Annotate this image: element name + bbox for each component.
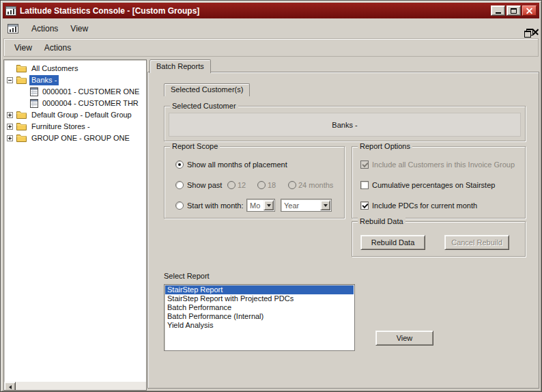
view-button[interactable]: View [375,331,433,346]
expand-expander-icon[interactable] [7,112,13,118]
month-combo[interactable]: Mo [246,199,275,212]
tree-item-all-customers[interactable]: All Customers [4,63,146,74]
month-combo-value: Mo [250,201,260,210]
start-with-month-radio[interactable] [175,201,184,210]
close-button[interactable] [522,5,537,16]
tree-item-default-group[interactable]: Default Group - Default Group [4,109,146,121]
close-icon [526,8,532,14]
tree-item-label[interactable]: 0000004 - CUSTOMER THR [40,98,141,109]
menu-actions[interactable]: Actions [25,22,64,36]
include-pdcs-label[interactable]: Include PDCs for current month [372,201,477,210]
start-with-month-label[interactable]: Start with month: [187,201,244,210]
app-icon [5,6,16,16]
past-24-radio [288,181,296,189]
past-12-label: 12 [238,181,246,190]
collapse-expander-icon[interactable] [7,77,13,83]
rebuild-data-button[interactable]: Rebuild Data [360,235,425,250]
folder-icon [16,122,27,130]
rebuild-data-button-label: Rebuild Data [361,236,425,249]
report-scope-group: Report Scope Show all months of placemen… [164,146,345,219]
tree-item-label[interactable]: All Customers [29,64,80,74]
tree-item-label[interactable]: Default Group - Default Group [29,110,134,120]
show-all-months-radio[interactable] [175,160,184,169]
tab-batch-reports[interactable]: Batch Reports [149,59,211,73]
tree-item-banks[interactable]: Banks - [4,74,146,86]
maximize-icon [511,8,517,14]
year-combo[interactable]: Year [281,199,332,212]
selected-customer-panel: Banks - [169,113,521,137]
report-list-item[interactable]: StairStep Report with Projected PDCs [165,294,354,303]
tree-item-label[interactable]: Furniture Stores - [29,122,92,132]
include-all-customers-checkbox [360,160,369,169]
select-report-label: Select Report [164,272,210,281]
tree-horizontal-scrollbar[interactable] [4,382,146,391]
cancel-rebuild-button-label: Cancel Rebuild [445,236,509,249]
tree-item-customer-three[interactable]: 0000004 - CUSTOMER THR [4,98,146,109]
rebuild-data-group: Rebuild Data Rebuild Data Cancel Rebuild [352,221,526,257]
folder-icon [16,134,27,142]
minimize-icon [496,12,501,14]
menu-view[interactable]: View [64,22,94,36]
tab-selected-customers[interactable]: Selected Customer(s) [164,83,250,96]
report-listbox[interactable]: StairStep Report StairStep Report with P… [164,284,355,351]
tree-item-furniture-stores[interactable]: Furniture Stores - [4,121,146,132]
chevron-down-icon [324,204,328,207]
past-12-radio [227,181,236,189]
selected-customer-group-label: Selected Customer [170,102,238,110]
minimize-button[interactable] [491,5,505,16]
tree-item-label[interactable]: Banks - [29,75,59,85]
include-all-customers-label: Include all Customers in this Invoice Gr… [372,160,515,169]
window-title: Latitude Statistics Console - [Custom Gr… [20,6,487,16]
menu-bar: View Actions [3,38,539,57]
include-pdcs-checkbox[interactable] [360,201,369,210]
selected-customer-value: Banks - [332,121,357,129]
report-list-item[interactable]: Batch Performance (Internal) [165,312,354,321]
past-18-radio [257,181,266,189]
customer-tree: All Customers Banks - 0000001 - CUSTOMER… [3,59,147,391]
year-combo-value: Year [284,201,299,210]
view-button-label: View [376,331,433,345]
tab-batch-reports-label: Batch Reports [156,62,204,70]
show-past-radio[interactable] [175,181,184,189]
report-options-group-label: Report Options [358,142,412,150]
tree-scroll-left-button[interactable] [4,382,16,391]
menubar-view[interactable]: View [8,41,38,55]
menubar-actions[interactable]: Actions [38,41,77,55]
expand-expander-icon[interactable] [7,124,13,130]
folder-icon [16,76,27,84]
folder-icon [16,111,27,119]
mdi-menu-row: Actions View [3,20,539,37]
maximize-button[interactable] [507,5,521,16]
cumulative-percentages-label[interactable]: Cumulative percentages on Stairstep [372,181,495,190]
report-list-item[interactable]: Yield Analysis [165,321,354,330]
year-combo-dropdown-button[interactable] [320,200,330,210]
show-all-months-label[interactable]: Show all months of placement [187,160,287,169]
month-combo-dropdown-button[interactable] [263,200,274,210]
selected-customer-group: Selected Customer Banks - [164,106,526,141]
past-18-label: 18 [268,181,276,190]
title-bar: Latitude Statistics Console - [Custom Gr… [3,3,539,18]
tree-item-label[interactable]: 0000001 - CUSTOMER ONE [40,87,141,97]
tree-item-label[interactable]: GROUP ONE - GROUP ONE [29,133,132,143]
cancel-rebuild-button: Cancel Rebuild [444,235,509,250]
arrow-left-icon [9,385,12,389]
application-window: Latitude Statistics Console - [Custom Gr… [0,0,542,392]
expand-expander-icon[interactable] [7,135,13,141]
report-list-item[interactable]: StairStep Report [165,285,354,294]
report-options-group: Report Options Include all Customers in … [352,146,526,219]
report-list-item[interactable]: Batch Performance [165,303,354,312]
rebuild-data-group-label: Rebuild Data [358,217,405,225]
tab-selected-customers-label: Selected Customer(s) [171,85,243,94]
show-past-label[interactable]: Show past [187,181,222,190]
folder-icon [16,64,27,72]
report-scope-group-label: Report Scope [170,142,220,150]
report-icon [30,87,38,96]
chevron-down-icon [267,204,271,207]
past-24-label: 24 months [298,181,333,190]
tree-item-group-one[interactable]: GROUP ONE - GROUP ONE [4,132,146,144]
cumulative-percentages-checkbox[interactable] [360,181,369,189]
mdi-child-icon [8,24,18,33]
tree-item-customer-one[interactable]: 0000001 - CUSTOMER ONE [4,86,146,98]
report-icon [30,99,38,108]
batch-reports-page: Selected Customer(s) Selected Customer B… [147,72,539,389]
